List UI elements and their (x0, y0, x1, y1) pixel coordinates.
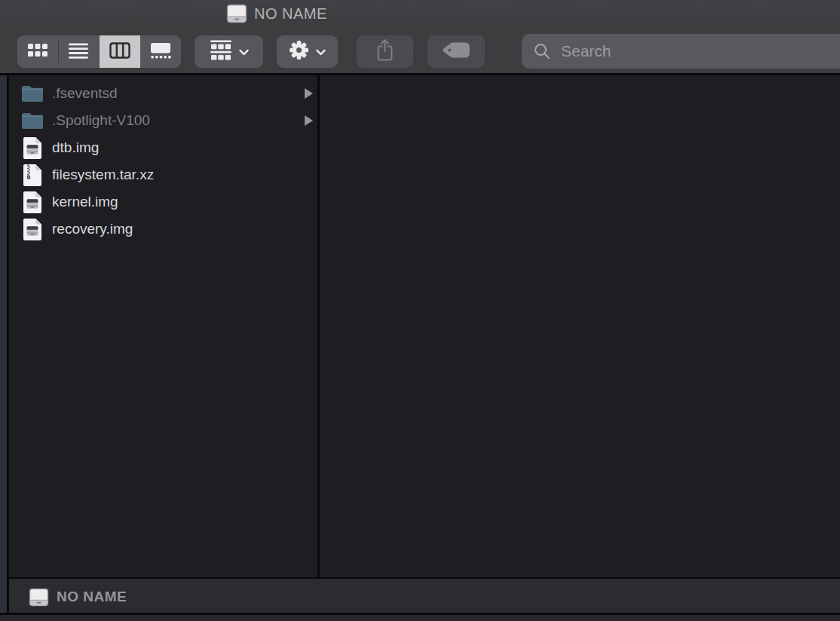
title-bar: NO NAME (0, 0, 840, 27)
search-field[interactable] (522, 34, 840, 69)
file-row-filesystem[interactable]: filesystem.tar.xz (9, 161, 317, 188)
group-icon (210, 40, 232, 63)
file-name: dtb.img (52, 139, 99, 156)
status-bar: NO NAME (9, 577, 840, 615)
file-row-recovery[interactable]: recovery.img (9, 216, 317, 243)
share-icon (376, 38, 394, 65)
external-drive-icon (226, 4, 247, 23)
group-items-button[interactable] (195, 35, 263, 68)
window-title: NO NAME (254, 5, 327, 23)
tag-icon (442, 41, 471, 62)
gallery-view-icon (150, 42, 171, 62)
window-title-group: NO NAME (226, 0, 327, 27)
view-as-gallery-button[interactable] (140, 35, 181, 68)
share-button[interactable] (357, 35, 413, 68)
disclosure-triangle-icon (305, 88, 313, 99)
disk-image-file-icon (21, 136, 44, 160)
file-name: recovery.img (52, 221, 133, 237)
external-drive-icon (29, 588, 49, 607)
column-view-icon (109, 42, 130, 62)
file-row-fseventsd[interactable]: .fseventsd (9, 80, 317, 107)
file-name: filesystem.tar.xz (52, 167, 154, 183)
file-row-dtb[interactable]: dtb.img (9, 134, 317, 161)
view-mode-segmented-control (17, 35, 181, 68)
archive-file-icon (21, 164, 44, 187)
file-row-kernel[interactable]: kernel.img (9, 188, 317, 216)
file-name: kernel.img (52, 194, 118, 210)
status-volume-name: NO NAME (57, 589, 127, 605)
view-as-icons-button[interactable] (17, 35, 58, 68)
toolbar (0, 27, 840, 75)
window-bottom-edge (0, 613, 840, 621)
previous-column-sliver[interactable] (0, 75, 7, 615)
disk-image-file-icon (21, 218, 44, 241)
file-name: .Spotlight-V100 (52, 112, 150, 129)
list-view-icon (68, 42, 89, 62)
disk-image-file-icon (21, 191, 44, 214)
search-icon (533, 42, 551, 60)
gear-icon (289, 40, 309, 63)
chevron-down-icon (316, 45, 326, 59)
tag-button[interactable] (428, 35, 485, 68)
file-name: .fseventsd (52, 85, 118, 102)
view-as-list-button[interactable] (58, 35, 99, 68)
file-row-spotlight[interactable]: .Spotlight-V100 (9, 107, 317, 134)
disclosure-triangle-icon (305, 115, 313, 126)
view-as-columns-button[interactable] (100, 35, 140, 68)
grid-view-icon (27, 42, 48, 62)
action-menu-button[interactable] (277, 35, 338, 68)
folder-icon (21, 84, 44, 102)
folder-icon (21, 112, 44, 130)
file-column: .fseventsd .Spotlight-V100 dtb.img (9, 80, 317, 243)
chevron-down-icon (239, 45, 249, 59)
search-input[interactable] (559, 41, 840, 61)
column-divider[interactable] (317, 75, 320, 577)
